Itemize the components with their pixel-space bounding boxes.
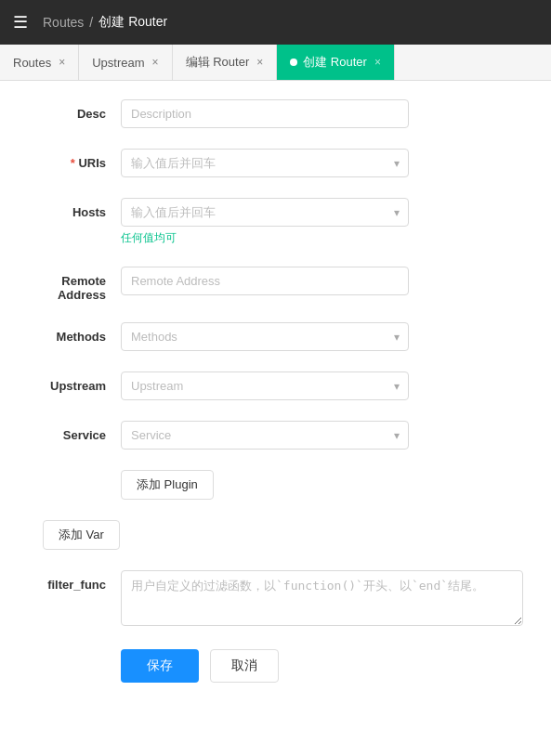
- methods-select[interactable]: Methods: [121, 322, 409, 351]
- uris-label: URIs: [28, 149, 121, 170]
- tab-routes-label: Routes: [13, 56, 51, 70]
- cancel-button[interactable]: 取消: [210, 649, 279, 683]
- form-row-upstream: Upstream Upstream ▾: [28, 371, 523, 400]
- hosts-control: 输入值后并回车 ▾ 任何值均可: [121, 198, 409, 246]
- tab-create-router-dot: [290, 59, 297, 66]
- breadcrumb-current: 创建 Router: [98, 14, 167, 31]
- tab-upstream[interactable]: Upstream ×: [79, 45, 172, 80]
- hosts-select[interactable]: 输入值后并回车: [121, 198, 409, 227]
- form-row-hosts: Hosts 输入值后并回车 ▾ 任何值均可: [28, 198, 523, 246]
- add-var-button[interactable]: 添加 Var: [43, 520, 120, 550]
- tab-routes[interactable]: Routes ×: [0, 45, 79, 80]
- actions-row: 保存 取消: [28, 649, 523, 683]
- form-row-remote-address: Remote Address: [28, 267, 523, 302]
- upstream-select[interactable]: Upstream: [121, 371, 409, 400]
- hosts-label: Hosts: [28, 198, 121, 219]
- filter-func-label: filter_func: [28, 570, 121, 592]
- breadcrumb-separator: /: [89, 15, 93, 30]
- form-row-methods: Methods Methods ▾: [28, 322, 523, 351]
- methods-control: Methods ▾: [121, 322, 409, 351]
- var-row: 添加 Var: [28, 520, 523, 550]
- tab-create-router-label: 创建 Router: [303, 54, 367, 71]
- breadcrumb: Routes / 创建 Router: [43, 14, 167, 31]
- remote-address-control: [121, 267, 409, 295]
- form-row-desc: Desc: [28, 99, 523, 128]
- remote-address-label: Remote Address: [28, 267, 121, 302]
- hosts-select-wrapper: 输入值后并回车 ▾: [121, 198, 409, 227]
- service-select[interactable]: Service: [121, 421, 409, 450]
- tab-edit-router-close[interactable]: ×: [256, 56, 263, 69]
- methods-label: Methods: [28, 322, 121, 344]
- upstream-label: Upstream: [28, 371, 121, 393]
- filter-func-row: filter_func: [28, 570, 523, 629]
- tab-create-router-close[interactable]: ×: [374, 56, 381, 69]
- service-label: Service: [28, 421, 121, 442]
- desc-label: Desc: [28, 99, 121, 121]
- tabs-bar: Routes × Upstream × 编辑 Router × 创建 Route…: [0, 45, 551, 81]
- add-plugin-button[interactable]: 添加 Plugin: [121, 470, 214, 500]
- filter-func-textarea[interactable]: [121, 570, 523, 626]
- remote-label-line1: Remote: [61, 274, 106, 288]
- uris-select-wrapper: 输入值后并回车 ▾: [121, 149, 409, 177]
- hosts-hint: 任何值均可: [121, 230, 409, 246]
- tab-edit-router[interactable]: 编辑 Router ×: [173, 45, 278, 80]
- tab-edit-router-label: 编辑 Router: [186, 54, 250, 71]
- save-button[interactable]: 保存: [121, 649, 199, 683]
- plugin-row: 添加 Plugin: [28, 470, 523, 500]
- breadcrumb-parent: Routes: [43, 15, 84, 30]
- methods-select-wrapper: Methods ▾: [121, 322, 409, 351]
- tab-upstream-label: Upstream: [92, 56, 144, 70]
- form-row-uris: URIs 输入值后并回车 ▾: [28, 149, 523, 177]
- desc-control: [121, 99, 409, 128]
- form-row-service: Service Service ▾: [28, 421, 523, 450]
- hamburger-icon[interactable]: ☰: [13, 12, 28, 33]
- upstream-select-wrapper: Upstream ▾: [121, 371, 409, 400]
- uris-select[interactable]: 输入值后并回车: [121, 149, 409, 177]
- service-control: Service ▾: [121, 421, 409, 450]
- form-container: Desc URIs 输入值后并回车 ▾ Hosts 输入值后并回车 ▾: [0, 81, 551, 710]
- tab-create-router[interactable]: 创建 Router ×: [277, 45, 395, 80]
- filter-func-control: [121, 570, 523, 629]
- upstream-control: Upstream ▾: [121, 371, 409, 400]
- tab-upstream-close[interactable]: ×: [152, 56, 159, 69]
- top-bar: ☰ Routes / 创建 Router: [0, 0, 551, 45]
- remote-address-input[interactable]: [121, 267, 409, 295]
- uris-control: 输入值后并回车 ▾: [121, 149, 409, 177]
- desc-input[interactable]: [121, 99, 409, 128]
- tab-routes-close[interactable]: ×: [59, 56, 65, 69]
- remote-label-line2: Address: [58, 288, 106, 302]
- service-select-wrapper: Service ▾: [121, 421, 409, 450]
